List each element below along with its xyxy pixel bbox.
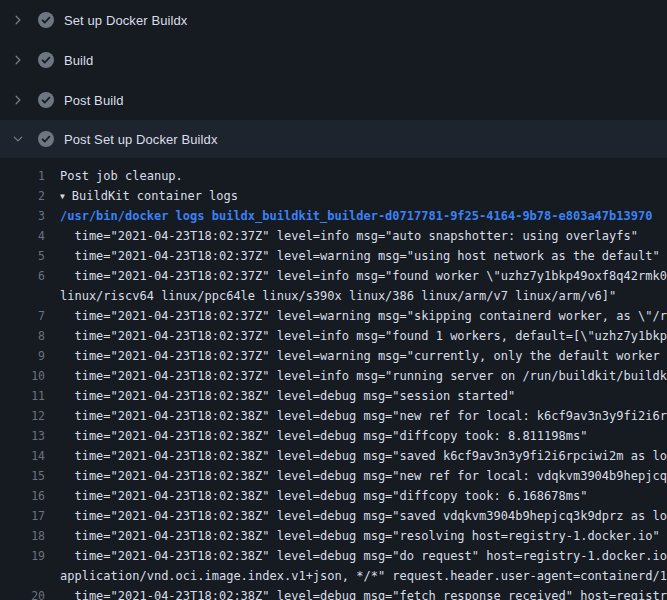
line-number[interactable]: 19 bbox=[0, 549, 45, 563]
log-lines: 1Post job cleanup.2▼BuildKit container l… bbox=[0, 158, 667, 600]
log-text: time="2021-04-23T18:02:38Z" level=debug … bbox=[60, 409, 667, 423]
step-header-build[interactable]: Build bbox=[0, 40, 667, 80]
line-number[interactable]: 15 bbox=[0, 469, 45, 483]
log-line: linux/riscv64 linux/ppc64le linux/s390x … bbox=[0, 286, 667, 306]
line-number[interactable]: 1 bbox=[0, 169, 45, 183]
job-steps-list: Set up Docker Buildx Build Post Build Po… bbox=[0, 0, 667, 158]
log-text: Post job cleanup. bbox=[60, 169, 667, 183]
step-title: Post Set up Docker Buildx bbox=[64, 132, 218, 147]
log-text: time="2021-04-23T18:02:37Z" level=info m… bbox=[60, 269, 667, 283]
log-line: 15 time="2021-04-23T18:02:38Z" level=deb… bbox=[0, 466, 667, 486]
log-line: 11 time="2021-04-23T18:02:38Z" level=deb… bbox=[0, 386, 667, 406]
log-text: time="2021-04-23T18:02:37Z" level=warnin… bbox=[60, 309, 667, 323]
log-text: time="2021-04-23T18:02:38Z" level=debug … bbox=[60, 389, 667, 403]
log-line: 6 time="2021-04-23T18:02:37Z" level=info… bbox=[0, 266, 667, 286]
chevron-right-icon[interactable] bbox=[12, 54, 24, 66]
log-line: 1Post job cleanup. bbox=[0, 166, 667, 186]
check-circle-icon bbox=[38, 52, 54, 68]
log-group-header[interactable]: ▼BuildKit container logs bbox=[60, 189, 667, 203]
log-line: 2▼BuildKit container logs bbox=[0, 186, 667, 206]
line-number[interactable]: 7 bbox=[0, 309, 45, 323]
log-line: 7 time="2021-04-23T18:02:37Z" level=warn… bbox=[0, 306, 667, 326]
line-number[interactable]: 3 bbox=[0, 209, 45, 223]
log-text: application/vnd.oci.image.index.v1+json,… bbox=[60, 569, 667, 583]
line-number[interactable]: 5 bbox=[0, 249, 45, 263]
log-text: time="2021-04-23T18:02:37Z" level=warnin… bbox=[60, 349, 667, 363]
log-text: time="2021-04-23T18:02:38Z" level=debug … bbox=[60, 489, 667, 503]
log-line: application/vnd.oci.image.index.v1+json,… bbox=[0, 566, 667, 586]
check-circle-icon bbox=[38, 12, 54, 28]
line-number[interactable]: 8 bbox=[0, 329, 45, 343]
log-text: linux/riscv64 linux/ppc64le linux/s390x … bbox=[60, 289, 667, 303]
log-line: 13 time="2021-04-23T18:02:38Z" level=deb… bbox=[0, 426, 667, 446]
log-text: time="2021-04-23T18:02:38Z" level=debug … bbox=[60, 469, 667, 483]
line-number[interactable]: 18 bbox=[0, 529, 45, 543]
step-title: Set up Docker Buildx bbox=[64, 13, 187, 28]
log-text: time="2021-04-23T18:02:37Z" level=info m… bbox=[60, 329, 667, 343]
line-number[interactable]: 4 bbox=[0, 229, 45, 243]
check-circle-icon bbox=[38, 92, 54, 108]
log-line: 10 time="2021-04-23T18:02:37Z" level=inf… bbox=[0, 366, 667, 386]
chevron-right-icon[interactable] bbox=[12, 94, 24, 106]
line-number[interactable]: 16 bbox=[0, 489, 45, 503]
step-header-post-set-up-docker-buildx[interactable]: Post Set up Docker Buildx bbox=[0, 120, 667, 158]
log-line: 20 time="2021-04-23T18:02:38Z" level=deb… bbox=[0, 586, 667, 600]
line-number[interactable]: 9 bbox=[0, 349, 45, 363]
log-line: 19 time="2021-04-23T18:02:38Z" level=deb… bbox=[0, 546, 667, 566]
line-number[interactable]: 2 bbox=[0, 189, 45, 203]
line-number[interactable]: 14 bbox=[0, 449, 45, 463]
log-line: 4 time="2021-04-23T18:02:37Z" level=info… bbox=[0, 226, 667, 246]
log-line: 16 time="2021-04-23T18:02:38Z" level=deb… bbox=[0, 486, 667, 506]
line-number[interactable]: 11 bbox=[0, 389, 45, 403]
group-expanded-triangle-icon[interactable]: ▼ bbox=[60, 192, 65, 201]
line-number[interactable]: 17 bbox=[0, 509, 45, 523]
step-title: Post Build bbox=[64, 93, 124, 108]
log-line: 14 time="2021-04-23T18:02:38Z" level=deb… bbox=[0, 446, 667, 466]
log-line: 8 time="2021-04-23T18:02:37Z" level=info… bbox=[0, 326, 667, 346]
line-number[interactable]: 13 bbox=[0, 429, 45, 443]
step-header-set-up-docker-buildx[interactable]: Set up Docker Buildx bbox=[0, 0, 667, 40]
log-line: 3/usr/bin/docker logs buildx_buildkit_bu… bbox=[0, 206, 667, 226]
log-text: time="2021-04-23T18:02:38Z" level=debug … bbox=[60, 549, 667, 563]
log-line: 18 time="2021-04-23T18:02:38Z" level=deb… bbox=[0, 526, 667, 546]
line-number[interactable]: 20 bbox=[0, 589, 45, 600]
line-number[interactable]: 10 bbox=[0, 369, 45, 383]
log-command-text: /usr/bin/docker logs buildx_buildkit_bui… bbox=[60, 209, 667, 223]
log-text: time="2021-04-23T18:02:37Z" level=info m… bbox=[60, 229, 667, 243]
log-line: 17 time="2021-04-23T18:02:38Z" level=deb… bbox=[0, 506, 667, 526]
chevron-right-icon[interactable] bbox=[12, 14, 24, 26]
log-text: time="2021-04-23T18:02:37Z" level=warnin… bbox=[60, 249, 667, 263]
log-line: 5 time="2021-04-23T18:02:37Z" level=warn… bbox=[0, 246, 667, 266]
log-text: time="2021-04-23T18:02:37Z" level=info m… bbox=[60, 369, 667, 383]
check-circle-icon bbox=[38, 131, 54, 147]
log-text: time="2021-04-23T18:02:38Z" level=debug … bbox=[60, 529, 667, 543]
log-text: time="2021-04-23T18:02:38Z" level=debug … bbox=[60, 429, 667, 443]
log-line: 12 time="2021-04-23T18:02:38Z" level=deb… bbox=[0, 406, 667, 426]
log-text: time="2021-04-23T18:02:38Z" level=debug … bbox=[60, 449, 667, 463]
log-line: 9 time="2021-04-23T18:02:37Z" level=warn… bbox=[0, 346, 667, 366]
line-number[interactable]: 12 bbox=[0, 409, 45, 423]
log-text: time="2021-04-23T18:02:38Z" level=debug … bbox=[60, 509, 667, 523]
log-text: time="2021-04-23T18:02:38Z" level=debug … bbox=[60, 589, 667, 600]
step-title: Build bbox=[64, 53, 93, 68]
line-number[interactable]: 6 bbox=[0, 269, 45, 283]
step-header-post-build[interactable]: Post Build bbox=[0, 80, 667, 120]
chevron-down-icon[interactable] bbox=[12, 133, 24, 145]
